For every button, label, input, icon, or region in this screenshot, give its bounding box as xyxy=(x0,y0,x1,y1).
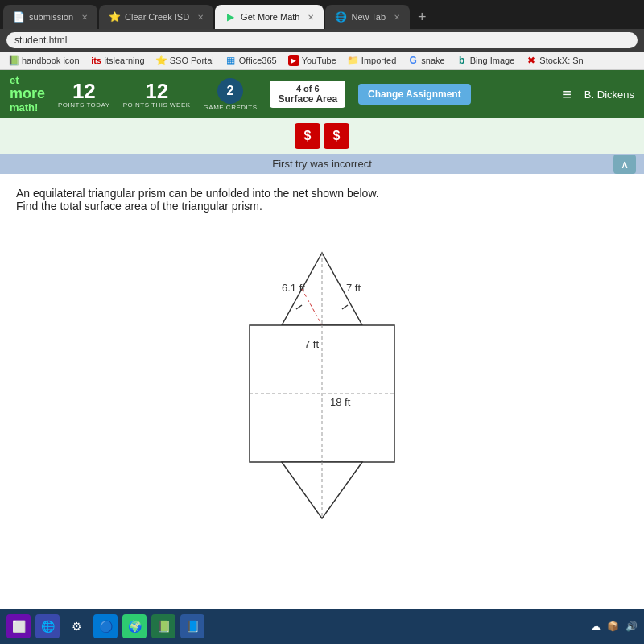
address-bar xyxy=(0,29,644,52)
gmm-logo: et more math! xyxy=(10,75,45,114)
bookmark-stockx[interactable]: ✖ StockX: Sn xyxy=(522,54,586,67)
snake-icon: G xyxy=(407,55,419,66)
taskbar-windows-icon[interactable]: ⬜ xyxy=(6,614,31,638)
bookmark-handbook-label: handbook icon xyxy=(22,56,80,65)
gmm-points-week-value: 12 xyxy=(145,80,168,101)
bookmark-ssoportal-label: SSO Portal xyxy=(170,56,214,65)
tab-bar: 📄 submission ✕ ⭐ Clear Creek ISD ✕ ▶ Get… xyxy=(0,0,644,29)
gmm-game-credits-label: GAME CREDITS xyxy=(204,104,258,111)
taskbar-volume-icon[interactable]: 🔊 xyxy=(625,621,638,632)
gmm-points-today: 12 POINTS TODAY xyxy=(58,80,110,109)
itslearning-icon: its xyxy=(91,55,102,66)
bookmark-itslearning[interactable]: its itslearning xyxy=(88,54,148,67)
address-input[interactable] xyxy=(6,32,638,48)
stockx-icon: ✖ xyxy=(526,55,537,66)
tab-getmoremath-close[interactable]: ✕ xyxy=(308,13,314,22)
gmm-game-credits-circle: 2 xyxy=(217,78,243,104)
bookmark-snake-label: snake xyxy=(421,56,444,65)
gmm-logo-line3: math! xyxy=(10,102,45,114)
bookmarks-bar: 📗 handbook icon its itslearning ⭐ SSO Po… xyxy=(0,52,644,70)
dollar-area: $ $ xyxy=(0,118,644,154)
gmm-logo-line1: et xyxy=(10,75,45,86)
scroll-up-button[interactable]: ∧ xyxy=(613,155,636,174)
bookmark-office365-label: Office365 xyxy=(239,56,277,65)
bookmark-handbook[interactable]: 📗 handbook icon xyxy=(5,54,83,67)
tab-clearcreek-label: Clear Creek ISD xyxy=(125,12,189,22)
problem-area: An equilateral triangular prism can be u… xyxy=(0,174,644,609)
taskbar-edge-icon[interactable]: 🌐 xyxy=(35,614,60,638)
dollar-button-1[interactable]: $ xyxy=(295,123,320,149)
bookmark-office365[interactable]: ▦ Office365 xyxy=(222,54,280,67)
imported-icon: 📁 xyxy=(348,55,359,66)
browser-frame: 📄 submission ✕ ⭐ Clear Creek ISD ✕ ▶ Get… xyxy=(0,0,644,644)
bookmark-bingimage-label: Bing Image xyxy=(470,56,515,65)
diagram-container: 6.1 ft 7 ft 7 ft 18 ft xyxy=(16,229,628,518)
incorrect-bar: First try was incorrect ∧ xyxy=(0,154,644,174)
submission-tab-icon: 📄 xyxy=(13,11,24,23)
change-assignment-button[interactable]: Change Assignment xyxy=(358,84,471,105)
bookmark-itslearning-label: itslearning xyxy=(105,56,145,65)
tab-submission-label: submission xyxy=(29,12,73,22)
label-bottom: 18 ft xyxy=(330,396,351,408)
ssoportal-icon: ⭐ xyxy=(156,55,167,66)
taskbar: ⬜ 🌐 ⚙ 🔵 🌍 📗 📘 ☁ 📦 🔊 xyxy=(0,609,644,644)
taskbar-word-icon[interactable]: 📘 xyxy=(180,614,204,638)
bingimage-icon: b xyxy=(456,55,468,66)
bookmark-imported[interactable]: 📁 Imported xyxy=(345,54,399,67)
tab-getmoremath[interactable]: ▶ Get More Math ✕ xyxy=(215,5,324,29)
gmm-points-today-value: 12 xyxy=(72,80,96,101)
prism-net-diagram: 6.1 ft 7 ft 7 ft 18 ft xyxy=(177,229,467,518)
bookmark-youtube[interactable]: ▶ YouTube xyxy=(285,54,340,67)
bookmark-stockx-label: StockX: Sn xyxy=(539,56,583,65)
tab-clearcreek[interactable]: ⭐ Clear Creek ISD ✕ xyxy=(99,5,213,29)
tab-clearcreek-close[interactable]: ✕ xyxy=(197,13,204,22)
bookmark-ssoportal[interactable]: ⭐ SSO Portal xyxy=(153,54,217,67)
gmm-assignment-bottom: Surface Area xyxy=(278,93,337,105)
getmoremath-tab-icon: ▶ xyxy=(225,11,236,23)
taskbar-system-tray: ☁ 📦 🔊 xyxy=(591,621,638,632)
taskbar-cloud-icon: ☁ xyxy=(591,621,601,632)
gmm-assignment-box: 4 of 6 Surface Area xyxy=(270,80,345,108)
gmm-header: et more math! 12 POINTS TODAY 12 POINTS … xyxy=(0,70,644,118)
newtab-tab-icon: 🌐 xyxy=(335,11,346,23)
bookmark-youtube-label: YouTube xyxy=(302,56,336,65)
label-mid: 7 ft xyxy=(304,338,319,350)
taskbar-settings-icon[interactable]: ⚙ xyxy=(64,614,89,638)
gmm-points-today-label: POINTS TODAY xyxy=(58,101,110,109)
gmm-logo-line2: more xyxy=(10,86,45,102)
gmm-points-week-label: POINTS THIS WEEK xyxy=(123,101,191,109)
label-top-left: 6.1 ft xyxy=(282,282,305,294)
clearcreek-tab-icon: ⭐ xyxy=(109,11,120,23)
label-top-right: 7 ft xyxy=(346,282,361,294)
tab-submission-close[interactable]: ✕ xyxy=(81,13,88,22)
teacher-name: B. Dickens xyxy=(584,89,634,101)
tab-newtab-close[interactable]: ✕ xyxy=(394,13,400,22)
taskbar-chrome-icon[interactable]: 🌍 xyxy=(122,614,147,638)
gmm-assignment-top: 4 of 6 xyxy=(278,84,337,93)
bookmark-bingimage[interactable]: b Bing Image xyxy=(453,54,518,67)
youtube-icon: ▶ xyxy=(288,55,299,66)
hamburger-menu-icon[interactable]: ≡ xyxy=(562,85,572,104)
dollar-button-2[interactable]: $ xyxy=(324,123,349,149)
tab-newtab-label: New Tab xyxy=(351,12,386,22)
main-content: et more math! 12 POINTS TODAY 12 POINTS … xyxy=(0,70,644,609)
tab-newtab[interactable]: 🌐 New Tab ✕ xyxy=(325,5,410,29)
taskbar-onedrive-icon: 📦 xyxy=(607,621,619,632)
bookmark-snake[interactable]: G snake xyxy=(404,54,448,67)
problem-question: An equilateral triangular prism can be u… xyxy=(16,187,402,213)
taskbar-cortana-icon[interactable]: 🔵 xyxy=(93,614,118,638)
handbook-icon: 📗 xyxy=(8,55,19,66)
tab-submission[interactable]: 📄 submission ✕ xyxy=(3,5,97,29)
tab-getmoremath-label: Get More Math xyxy=(241,12,299,22)
bookmark-imported-label: Imported xyxy=(361,56,396,65)
taskbar-excel-icon[interactable]: 📗 xyxy=(151,614,175,638)
office365-icon: ▦ xyxy=(225,55,237,66)
new-tab-button[interactable]: + xyxy=(411,6,433,29)
incorrect-message: First try was incorrect xyxy=(272,158,372,170)
gmm-game-credits: 2 GAME CREDITS xyxy=(204,78,258,111)
gmm-points-week: 12 POINTS THIS WEEK xyxy=(123,80,191,109)
